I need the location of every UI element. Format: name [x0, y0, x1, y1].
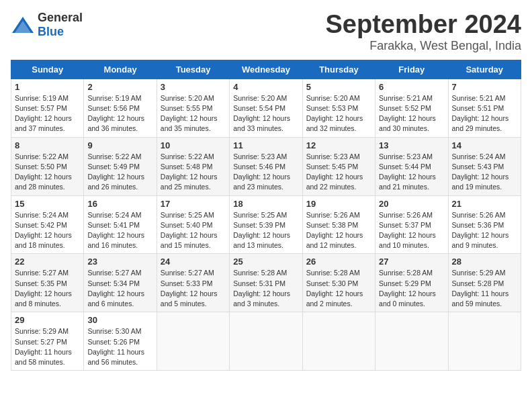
day-info: Sunrise: 5:19 AM Sunset: 5:56 PM Dayligh… — [87, 93, 152, 134]
day-number: 6 — [379, 82, 444, 92]
day-info: Sunrise: 5:29 AM Sunset: 5:28 PM Dayligh… — [452, 268, 517, 309]
month-title: September 2024 — [326, 11, 522, 39]
day-info: Sunrise: 5:29 AM Sunset: 5:27 PM Dayligh… — [15, 326, 80, 367]
day-info: Sunrise: 5:20 AM Sunset: 5:55 PM Dayligh… — [161, 93, 226, 134]
day-number: 20 — [379, 199, 444, 209]
calendar-cell — [230, 312, 302, 371]
calendar-header-thursday: Thursday — [302, 60, 375, 79]
location-title: Farakka, West Bengal, India — [326, 39, 522, 53]
day-number: 23 — [87, 257, 152, 267]
calendar-cell: 9 Sunrise: 5:22 AM Sunset: 5:49 PM Dayli… — [84, 137, 157, 195]
day-info: Sunrise: 5:24 AM Sunset: 5:41 PM Dayligh… — [87, 210, 152, 251]
calendar-cell: 3 Sunrise: 5:20 AM Sunset: 5:55 PM Dayli… — [157, 79, 229, 137]
calendar-cell: 22 Sunrise: 5:27 AM Sunset: 5:35 PM Dayl… — [11, 254, 84, 312]
day-info: Sunrise: 5:21 AM Sunset: 5:52 PM Dayligh… — [379, 93, 444, 134]
day-number: 26 — [306, 257, 371, 267]
calendar-cell: 1 Sunrise: 5:19 AM Sunset: 5:57 PM Dayli… — [11, 79, 84, 137]
day-number: 9 — [87, 140, 152, 150]
calendar-week-1: 1 Sunrise: 5:19 AM Sunset: 5:57 PM Dayli… — [11, 79, 521, 137]
calendar-header-wednesday: Wednesday — [230, 60, 302, 79]
day-number: 14 — [452, 140, 517, 150]
calendar-header-row: SundayMondayTuesdayWednesdayThursdayFrid… — [11, 60, 521, 79]
day-number: 22 — [15, 257, 80, 267]
calendar-header-sunday: Sunday — [11, 60, 84, 79]
day-number: 21 — [452, 199, 517, 209]
day-info: Sunrise: 5:27 AM Sunset: 5:33 PM Dayligh… — [161, 268, 226, 309]
day-number: 30 — [87, 315, 152, 325]
day-info: Sunrise: 5:21 AM Sunset: 5:51 PM Dayligh… — [452, 93, 517, 134]
calendar-cell: 18 Sunrise: 5:25 AM Sunset: 5:39 PM Dayl… — [230, 195, 302, 254]
day-info: Sunrise: 5:24 AM Sunset: 5:42 PM Dayligh… — [15, 210, 80, 251]
calendar-cell: 24 Sunrise: 5:27 AM Sunset: 5:33 PM Dayl… — [157, 254, 229, 312]
day-info: Sunrise: 5:28 AM Sunset: 5:30 PM Dayligh… — [306, 268, 371, 309]
day-info: Sunrise: 5:23 AM Sunset: 5:44 PM Dayligh… — [379, 152, 444, 193]
calendar-cell: 23 Sunrise: 5:27 AM Sunset: 5:34 PM Dayl… — [84, 254, 157, 312]
day-number: 8 — [15, 140, 80, 150]
day-number: 10 — [161, 140, 226, 150]
calendar-cell — [302, 312, 375, 371]
calendar-cell: 21 Sunrise: 5:26 AM Sunset: 5:36 PM Dayl… — [448, 195, 521, 254]
day-number: 28 — [452, 257, 517, 267]
day-info: Sunrise: 5:24 AM Sunset: 5:43 PM Dayligh… — [452, 152, 517, 193]
day-number: 17 — [161, 199, 226, 209]
calendar-week-3: 15 Sunrise: 5:24 AM Sunset: 5:42 PM Dayl… — [11, 195, 521, 254]
calendar-cell: 28 Sunrise: 5:29 AM Sunset: 5:28 PM Dayl… — [448, 254, 521, 312]
calendar-cell: 11 Sunrise: 5:23 AM Sunset: 5:46 PM Dayl… — [230, 137, 302, 195]
logo-general: General — [38, 11, 83, 24]
calendar-header-saturday: Saturday — [448, 60, 521, 79]
day-info: Sunrise: 5:26 AM Sunset: 5:37 PM Dayligh… — [379, 210, 444, 251]
day-info: Sunrise: 5:20 AM Sunset: 5:54 PM Dayligh… — [233, 93, 298, 134]
calendar-cell: 17 Sunrise: 5:25 AM Sunset: 5:40 PM Dayl… — [157, 195, 229, 254]
day-number: 16 — [87, 199, 152, 209]
day-number: 1 — [15, 82, 80, 92]
calendar-cell — [157, 312, 229, 371]
calendar-cell: 26 Sunrise: 5:28 AM Sunset: 5:30 PM Dayl… — [302, 254, 375, 312]
day-info: Sunrise: 5:22 AM Sunset: 5:48 PM Dayligh… — [161, 152, 226, 193]
calendar-cell: 6 Sunrise: 5:21 AM Sunset: 5:52 PM Dayli… — [375, 79, 448, 137]
day-number: 4 — [233, 82, 298, 92]
day-info: Sunrise: 5:23 AM Sunset: 5:46 PM Dayligh… — [233, 152, 298, 193]
calendar-cell: 20 Sunrise: 5:26 AM Sunset: 5:37 PM Dayl… — [375, 195, 448, 254]
day-number: 19 — [306, 199, 371, 209]
calendar-header-friday: Friday — [375, 60, 448, 79]
day-number: 25 — [233, 257, 298, 267]
calendar-cell: 12 Sunrise: 5:23 AM Sunset: 5:45 PM Dayl… — [302, 137, 375, 195]
calendar-cell — [375, 312, 448, 371]
calendar-cell: 27 Sunrise: 5:28 AM Sunset: 5:29 PM Dayl… — [375, 254, 448, 312]
calendar-cell: 15 Sunrise: 5:24 AM Sunset: 5:42 PM Dayl… — [11, 195, 84, 254]
calendar-week-5: 29 Sunrise: 5:29 AM Sunset: 5:27 PM Dayl… — [11, 312, 521, 371]
calendar-week-2: 8 Sunrise: 5:22 AM Sunset: 5:50 PM Dayli… — [11, 137, 521, 195]
day-info: Sunrise: 5:27 AM Sunset: 5:34 PM Dayligh… — [87, 268, 152, 309]
calendar-cell: 29 Sunrise: 5:29 AM Sunset: 5:27 PM Dayl… — [11, 312, 84, 371]
day-info: Sunrise: 5:30 AM Sunset: 5:26 PM Dayligh… — [87, 326, 152, 367]
day-info: Sunrise: 5:20 AM Sunset: 5:53 PM Dayligh… — [306, 93, 371, 134]
day-info: Sunrise: 5:26 AM Sunset: 5:36 PM Dayligh… — [452, 210, 517, 251]
day-number: 27 — [379, 257, 444, 267]
day-number: 18 — [233, 199, 298, 209]
calendar-cell: 25 Sunrise: 5:28 AM Sunset: 5:31 PM Dayl… — [230, 254, 302, 312]
day-info: Sunrise: 5:23 AM Sunset: 5:45 PM Dayligh… — [306, 152, 371, 193]
calendar-cell: 2 Sunrise: 5:19 AM Sunset: 5:56 PM Dayli… — [84, 79, 157, 137]
day-info: Sunrise: 5:26 AM Sunset: 5:38 PM Dayligh… — [306, 210, 371, 251]
calendar-cell: 5 Sunrise: 5:20 AM Sunset: 5:53 PM Dayli… — [302, 79, 375, 137]
calendar-cell: 16 Sunrise: 5:24 AM Sunset: 5:41 PM Dayl… — [84, 195, 157, 254]
day-info: Sunrise: 5:25 AM Sunset: 5:39 PM Dayligh… — [233, 210, 298, 251]
day-info: Sunrise: 5:25 AM Sunset: 5:40 PM Dayligh… — [161, 210, 226, 251]
day-number: 3 — [161, 82, 226, 92]
calendar-cell: 4 Sunrise: 5:20 AM Sunset: 5:54 PM Dayli… — [230, 79, 302, 137]
logo-icon — [11, 15, 35, 34]
day-number: 12 — [306, 140, 371, 150]
calendar-cell: 13 Sunrise: 5:23 AM Sunset: 5:44 PM Dayl… — [375, 137, 448, 195]
day-info: Sunrise: 5:27 AM Sunset: 5:35 PM Dayligh… — [15, 268, 80, 309]
day-number: 15 — [15, 199, 80, 209]
calendar-cell — [448, 312, 521, 371]
calendar-week-4: 22 Sunrise: 5:27 AM Sunset: 5:35 PM Dayl… — [11, 254, 521, 312]
day-number: 11 — [233, 140, 298, 150]
calendar-cell: 14 Sunrise: 5:24 AM Sunset: 5:43 PM Dayl… — [448, 137, 521, 195]
calendar: SundayMondayTuesdayWednesdayThursdayFrid… — [11, 60, 521, 371]
calendar-cell: 10 Sunrise: 5:22 AM Sunset: 5:48 PM Dayl… — [157, 137, 229, 195]
day-number: 13 — [379, 140, 444, 150]
day-info: Sunrise: 5:28 AM Sunset: 5:29 PM Dayligh… — [379, 268, 444, 309]
calendar-cell: 7 Sunrise: 5:21 AM Sunset: 5:51 PM Dayli… — [448, 79, 521, 137]
header: General Blue September 2024 Farakka, Wes… — [11, 11, 521, 53]
